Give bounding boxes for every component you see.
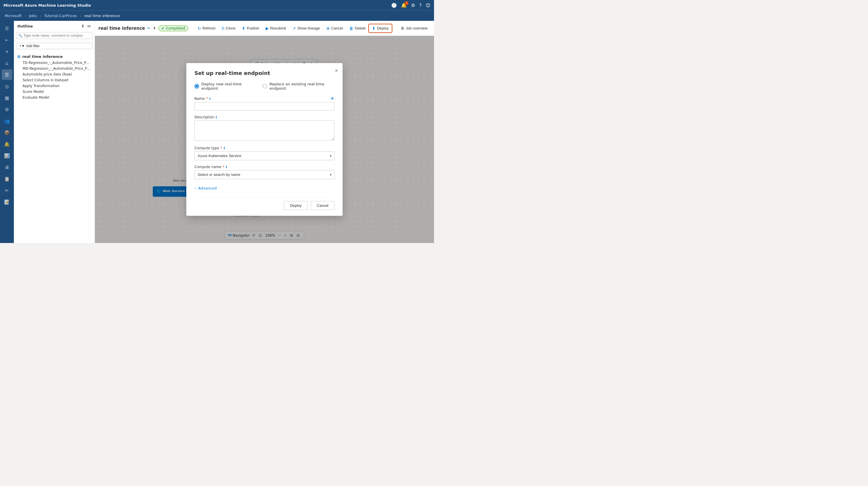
sidebar-icon-chart[interactable]: 📊 bbox=[2, 151, 12, 161]
compute-type-select[interactable]: Azure Kubernetes Service Azure Container… bbox=[194, 151, 335, 160]
topbar-right: 🕐 🔔 5 ⚙ ? 😊 bbox=[391, 3, 431, 8]
compute-name-select[interactable]: Select or search by name bbox=[194, 170, 335, 179]
nav-sep-1: › bbox=[25, 13, 26, 18]
sidebar-icon-circle[interactable]: ◎ bbox=[2, 81, 12, 91]
compute-name-field: Compute name * ℹ Select or search by nam… bbox=[194, 165, 335, 179]
status-label: Completed bbox=[166, 26, 185, 30]
topbar-left: Microsoft Azure Machine Learning Studio bbox=[3, 3, 91, 7]
nav-microsoft[interactable]: Microsoft bbox=[5, 13, 22, 18]
name-info-icon[interactable]: ℹ bbox=[209, 97, 211, 101]
show-lineage-button[interactable]: ↗ Show lineage bbox=[290, 25, 323, 32]
nav-sep-2: › bbox=[40, 13, 41, 18]
radio-new-label: Deploy new real-time endpoint bbox=[202, 82, 253, 91]
share-icon[interactable]: ⬆ bbox=[153, 26, 156, 30]
tree-item-3[interactable]: Select Columns in Dataset bbox=[16, 77, 92, 83]
canvas-background[interactable]: 📋 Automobile price data (Raw) Data outpu… bbox=[95, 36, 434, 243]
edit-icon[interactable]: ✏ bbox=[147, 26, 151, 30]
nav-jobs[interactable]: Jobs bbox=[29, 13, 37, 18]
description-textarea[interactable] bbox=[194, 120, 335, 140]
sidebar-icon-back[interactable]: ← bbox=[2, 35, 12, 45]
sidebar-icon-bell[interactable]: 🔔 bbox=[2, 139, 12, 149]
outline-title: Outline bbox=[18, 24, 33, 28]
tree-item-1[interactable]: MD-Regression_-_Automobile_Price_Predic.… bbox=[16, 66, 92, 71]
refresh-button[interactable]: ↻ Refresh bbox=[195, 25, 219, 32]
settings-icon[interactable]: ⚙ bbox=[411, 3, 415, 8]
sidebar-icon-settings[interactable]: ⚙ bbox=[2, 104, 12, 115]
modal-deploy-button[interactable]: Deploy bbox=[284, 201, 308, 210]
search-input[interactable] bbox=[16, 32, 92, 39]
clone-icon: ⎘ bbox=[222, 26, 224, 31]
sidebar-icon-computer[interactable]: 🖥 bbox=[2, 162, 12, 172]
advanced-label: Advanced bbox=[198, 186, 217, 190]
outline-search: 🔍 bbox=[14, 30, 95, 41]
radio-new-circle bbox=[194, 84, 199, 89]
nav-sep-3: › bbox=[80, 13, 81, 18]
sidebar-icon-list[interactable]: ☰ bbox=[2, 69, 12, 80]
job-overview-icon: ⊞ bbox=[401, 26, 404, 30]
deploy-icon: ⬆ bbox=[372, 26, 376, 31]
add-filter-button[interactable]: +▼ Add filter bbox=[16, 43, 92, 49]
deploy-button[interactable]: ⬆ Deploy bbox=[369, 25, 392, 32]
modal-close-button[interactable]: × bbox=[335, 68, 338, 74]
advanced-row[interactable]: › Advanced bbox=[194, 184, 335, 195]
sidebar-icon-home[interactable]: ⌂ bbox=[2, 58, 12, 68]
compute-name-info-icon[interactable]: ℹ bbox=[226, 165, 227, 169]
compute-name-required: * bbox=[223, 165, 224, 169]
tree-group-header[interactable]: ⊞ real time inference bbox=[16, 53, 92, 60]
tree-item-0[interactable]: TD-Regression_-_Automobile_Price_Predict… bbox=[16, 60, 92, 66]
sidebar-icon-add[interactable]: + bbox=[2, 46, 12, 57]
status-check-icon: ✔ bbox=[161, 26, 164, 30]
compute-type-info-icon[interactable]: ℹ bbox=[224, 146, 225, 150]
nav-tutorial[interactable]: Tutorial-CarPrices bbox=[44, 13, 77, 18]
sidebar-icon-clipboard[interactable]: 📋 bbox=[2, 173, 12, 184]
compute-name-label-text: Compute name bbox=[194, 165, 221, 169]
name-eye-icon[interactable]: 👁 bbox=[331, 96, 335, 101]
tree-item-2[interactable]: Automobile price data (Raw) bbox=[16, 71, 92, 77]
history-icon[interactable]: 🕐 bbox=[391, 3, 397, 8]
publish-button[interactable]: ⬆ Publish bbox=[239, 25, 262, 32]
modal-footer: Deploy Cancel bbox=[194, 197, 335, 210]
radio-group: Deploy new real-time endpoint Replace an… bbox=[194, 82, 335, 91]
outline-share-icon[interactable]: ⬆ bbox=[81, 24, 85, 28]
account-icon[interactable]: 😊 bbox=[426, 3, 431, 8]
sidebar-icon-package[interactable]: 📦 bbox=[2, 127, 12, 138]
navbar: Microsoft › Jobs › Tutorial-CarPrices › … bbox=[0, 10, 434, 21]
job-overview-button[interactable]: ⊞ Job overview bbox=[398, 25, 431, 32]
delete-button[interactable]: 🗑 Delete bbox=[346, 25, 369, 32]
sidebar-icon-menu[interactable]: ☰ bbox=[2, 23, 12, 34]
tree-item-6[interactable]: Evaluate Model bbox=[16, 95, 92, 100]
radio-replace-circle bbox=[262, 84, 267, 89]
cancel-button[interactable]: ⊗ Cancel bbox=[323, 25, 346, 32]
modal-cancel-button[interactable]: Cancel bbox=[311, 201, 335, 210]
sidebar-icon-doc[interactable]: 📝 bbox=[2, 197, 12, 207]
nav-current: real time inference bbox=[84, 13, 120, 18]
tree-item-4[interactable]: Apply Transformation bbox=[16, 83, 92, 89]
sidebar-icon-people[interactable]: 👥 bbox=[2, 116, 12, 126]
name-field: Name * ℹ 👁 bbox=[194, 96, 335, 110]
pipeline-icon: ⊞ bbox=[18, 54, 21, 59]
sidebar-icons: ☰ ← + ⌂ ☰ ◎ ▦ ⚙ 👥 📦 🔔 📊 🖥 📋 ✏ 📝 bbox=[0, 21, 14, 243]
compute-type-select-wrap: Azure Kubernetes Service Azure Container… bbox=[194, 151, 335, 160]
resubmit-icon: ▶ bbox=[266, 26, 269, 31]
outline-panel: Outline ⬆ ≪ 🔍 +▼ Add filter ⊞ real time … bbox=[14, 21, 95, 243]
compute-type-field: Compute type * ℹ Azure Kubernetes Servic… bbox=[194, 146, 335, 160]
outline-collapse-icon[interactable]: ≪ bbox=[87, 24, 91, 28]
clone-button[interactable]: ⎘ Clone bbox=[219, 25, 239, 32]
main-layout: ☰ ← + ⌂ ☰ ◎ ▦ ⚙ 👥 📦 🔔 📊 🖥 📋 ✏ 📝 Outline … bbox=[0, 21, 434, 243]
radio-new-endpoint[interactable]: Deploy new real-time endpoint bbox=[194, 82, 253, 91]
resubmit-button[interactable]: ▶ Resubmit bbox=[263, 25, 289, 32]
sidebar-icon-grid[interactable]: ▦ bbox=[2, 93, 12, 103]
sidebar-icon-pen[interactable]: ✏ bbox=[2, 185, 12, 196]
radio-replace-endpoint[interactable]: Replace an existing real-time endpoint bbox=[262, 82, 335, 91]
add-filter-icon: +▼ bbox=[20, 44, 25, 48]
pipeline-title-area: real time inference ✏ ⬆ ✔ Completed bbox=[98, 26, 188, 31]
lineage-icon: ↗ bbox=[292, 26, 296, 31]
description-field: Description ℹ bbox=[194, 115, 335, 141]
outline-header: Outline ⬆ ≪ bbox=[14, 21, 95, 30]
tree-item-5[interactable]: Score Model bbox=[16, 89, 92, 95]
notifications-icon[interactable]: 🔔 5 bbox=[401, 3, 407, 8]
description-info-icon[interactable]: ℹ bbox=[216, 115, 217, 119]
name-input[interactable] bbox=[194, 102, 335, 110]
help-icon[interactable]: ? bbox=[419, 3, 422, 8]
search-icon: 🔍 bbox=[18, 34, 23, 38]
